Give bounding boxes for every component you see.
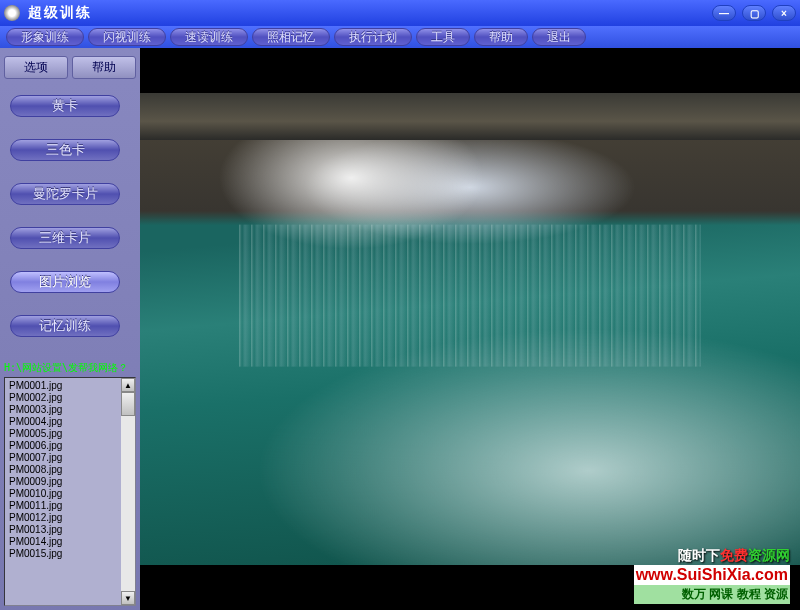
file-list-container: PM0001.jpg PM0002.jpg PM0003.jpg PM0004.… (4, 377, 136, 606)
sidebar-btn-3d-card[interactable]: 三维卡片 (10, 227, 120, 249)
sidebar-btn-tricolor-card[interactable]: 三色卡 (10, 139, 120, 161)
sidebar-btn-memory-training[interactable]: 记忆训练 (10, 315, 120, 337)
watermark: 随时下免费资源网 www.SuiShiXia.com 数万 网课 教程 资源 (634, 547, 790, 604)
window-controls: — ▢ × (712, 5, 796, 21)
menu-photo-memory[interactable]: 照相记忆 (252, 28, 330, 46)
sidebar-btn-yellow-card[interactable]: 黄卡 (10, 95, 120, 117)
help-button[interactable]: 帮助 (72, 56, 136, 79)
list-item[interactable]: PM0008.jpg (7, 464, 119, 476)
displayed-image (140, 93, 800, 565)
menu-image-training[interactable]: 形象训练 (6, 28, 84, 46)
menu-tools[interactable]: 工具 (416, 28, 470, 46)
content-area: 选项 帮助 黄卡 三色卡 曼陀罗卡片 三维卡片 图片浏览 记忆训练 H:\网站设… (0, 48, 800, 610)
list-item[interactable]: PM0015.jpg (7, 548, 119, 560)
list-item[interactable]: PM0002.jpg (7, 392, 119, 404)
window-title: 超级训练 (28, 4, 712, 22)
list-item[interactable]: PM0011.jpg (7, 500, 119, 512)
scrollbar[interactable]: ▲ ▼ (121, 378, 135, 605)
list-item[interactable]: PM0012.jpg (7, 512, 119, 524)
menu-execute-plan[interactable]: 执行计划 (334, 28, 412, 46)
list-item[interactable]: PM0005.jpg (7, 428, 119, 440)
list-item[interactable]: PM0014.jpg (7, 536, 119, 548)
maximize-button[interactable]: ▢ (742, 5, 766, 21)
list-item[interactable]: PM0009.jpg (7, 476, 119, 488)
list-item[interactable]: PM0004.jpg (7, 416, 119, 428)
scroll-down-icon[interactable]: ▼ (121, 591, 135, 605)
watermark-url: www.SuiShiXia.com (634, 565, 790, 585)
options-button[interactable]: 选项 (4, 56, 68, 79)
app-icon (4, 5, 20, 21)
scroll-track[interactable] (121, 392, 135, 591)
list-item[interactable]: PM0001.jpg (7, 380, 119, 392)
menu-exit[interactable]: 退出 (532, 28, 586, 46)
list-item[interactable]: PM0007.jpg (7, 452, 119, 464)
watermark-line1: 随时下免费资源网 (634, 547, 790, 565)
list-item[interactable]: PM0010.jpg (7, 488, 119, 500)
minimize-button[interactable]: — (712, 5, 736, 21)
list-item[interactable]: PM0003.jpg (7, 404, 119, 416)
sidebar: 选项 帮助 黄卡 三色卡 曼陀罗卡片 三维卡片 图片浏览 记忆训练 H:\网站设… (0, 48, 140, 610)
scroll-thumb[interactable] (121, 392, 135, 416)
image-viewer: 随时下免费资源网 www.SuiShiXia.com 数万 网课 教程 资源 (140, 48, 800, 610)
path-label: H:\网站设置\发帮我网络？ (4, 361, 136, 375)
watermark-tagline: 数万 网课 教程 资源 (634, 585, 790, 604)
sidebar-top-row: 选项 帮助 (4, 56, 136, 79)
sidebar-btn-image-browse[interactable]: 图片浏览 (10, 271, 120, 293)
list-item[interactable]: PM0013.jpg (7, 524, 119, 536)
scroll-up-icon[interactable]: ▲ (121, 378, 135, 392)
close-button[interactable]: × (772, 5, 796, 21)
menu-bar: 形象训练 闪视训练 速读训练 照相记忆 执行计划 工具 帮助 退出 (0, 26, 800, 48)
file-list[interactable]: PM0001.jpg PM0002.jpg PM0003.jpg PM0004.… (5, 378, 121, 605)
menu-flash-training[interactable]: 闪视训练 (88, 28, 166, 46)
sidebar-btn-mandala-card[interactable]: 曼陀罗卡片 (10, 183, 120, 205)
list-item[interactable]: PM0006.jpg (7, 440, 119, 452)
title-bar: 超级训练 — ▢ × (0, 0, 800, 26)
menu-speed-reading[interactable]: 速读训练 (170, 28, 248, 46)
image-content (239, 225, 701, 367)
menu-help[interactable]: 帮助 (474, 28, 528, 46)
